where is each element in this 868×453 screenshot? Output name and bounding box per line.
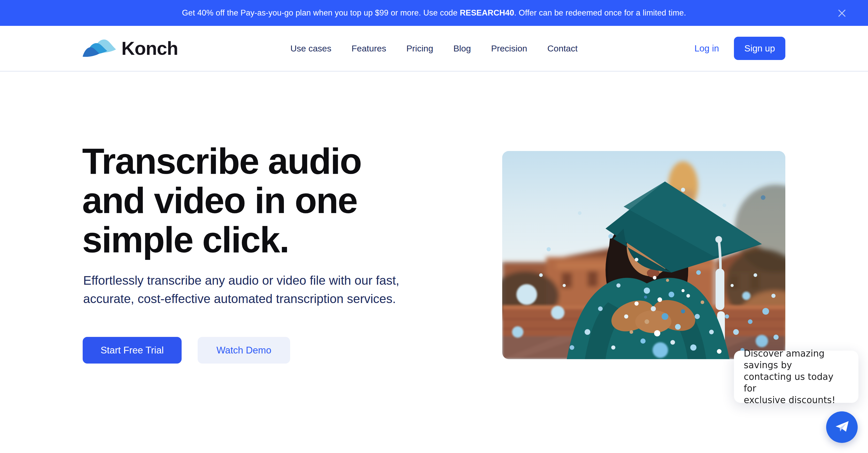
promo-banner-text: Get 40% off the Pay-as-you-go plan when …	[182, 8, 686, 18]
start-free-trial-button[interactable]: Start Free Trial	[83, 337, 182, 364]
close-icon	[838, 9, 846, 18]
nav-link-features[interactable]: Features	[351, 44, 386, 54]
nav-link-use-cases[interactable]: Use cases	[290, 44, 332, 54]
banner-close-button[interactable]	[836, 7, 848, 19]
nav-link-precision[interactable]: Precision	[491, 44, 527, 54]
brand-logo[interactable]: Konch	[83, 37, 178, 60]
wave-logo-icon	[83, 37, 117, 60]
hero-title: Transcribe audio and video in one simple…	[82, 141, 361, 259]
hero-image	[502, 151, 785, 359]
chat-launcher-button[interactable]	[826, 412, 858, 443]
site-header: Konch Use cases Features Pricing Blog Pr…	[0, 26, 868, 72]
signup-button[interactable]: Sign up	[734, 37, 785, 60]
login-link[interactable]: Log in	[694, 43, 719, 54]
hero-subtitle: Effortlessly transcribe any audio or vid…	[83, 271, 399, 308]
chat-tooltip: Discover amazing savings by contacting u…	[734, 350, 859, 403]
hero-cta-row: Start Free Trial Watch Demo	[83, 337, 290, 364]
auth-actions: Log in Sign up	[694, 37, 785, 60]
nav-link-blog[interactable]: Blog	[454, 44, 471, 54]
watch-demo-button[interactable]: Watch Demo	[197, 337, 290, 364]
brand-name: Konch	[121, 38, 178, 59]
nav-link-pricing[interactable]: Pricing	[406, 44, 433, 54]
paper-plane-icon	[834, 419, 850, 435]
main-nav: Use cases Features Pricing Blog Precisio…	[290, 44, 578, 54]
promo-banner: Get 40% off the Pay-as-you-go plan when …	[0, 0, 868, 26]
nav-link-contact[interactable]: Contact	[548, 44, 578, 54]
